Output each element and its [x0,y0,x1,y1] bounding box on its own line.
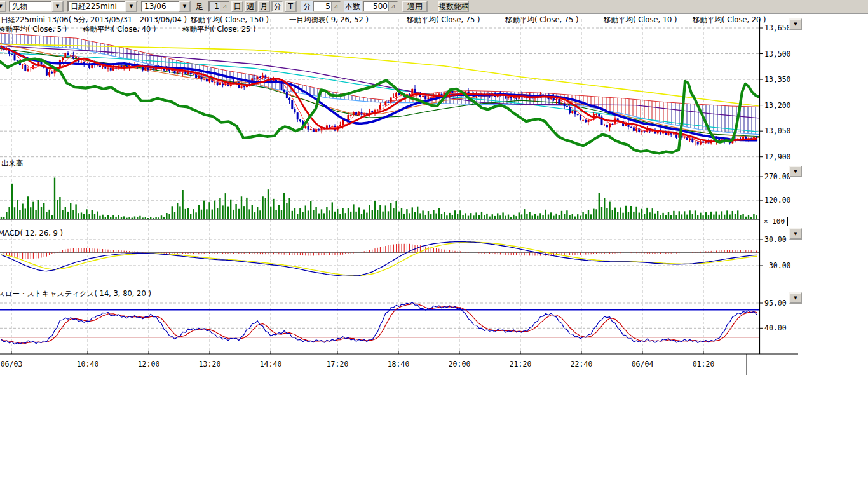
chevron-down-icon[interactable]: ▼ [125,1,137,12]
period-weekly-button[interactable]: 週 [245,1,257,12]
period-monthly-button[interactable]: 月 [258,1,270,12]
chevron-down-icon[interactable]: ▼ [179,1,191,12]
bar-interval-stepper[interactable]: 1 ⊿ [208,1,230,12]
time-axis-label: 18:40 [384,360,412,369]
price-axis-label: 13,050 [764,126,791,135]
bar-type-label: 足 [194,1,205,12]
spinner-icon[interactable]: ⊿ [388,2,397,11]
symbol-combobox[interactable]: 日経225mini ▼ [67,1,139,12]
clipped-combo-arrow-icon[interactable]: ▼ [0,1,6,12]
bar-interval-value: 1 [210,1,220,11]
spinner-icon[interactable]: ⊿ [220,2,229,11]
stoch-pane-menu-button[interactable]: ▼ [789,292,802,304]
chevron-down-icon[interactable]: ▼ [51,1,64,12]
legend-item: 移動平均( Close, 75 ) [505,15,579,25]
legend-item: 移動平均( Close, 150 ) [191,15,269,25]
legend-item: 移動平均( Close, 10 ) [604,15,677,25]
bar-count-value: 500 [364,1,388,11]
time-axis-label: 10:40 [74,360,102,369]
time-axis-label: 06/03 [0,360,25,369]
instrument-type-value: 先物 [10,1,51,11]
multi-symbol-button[interactable]: 複数銘柄 [438,1,469,12]
chart-application-window: ▼ 先物 ▼ 日経225mini ▼ 13/06 ▼ 足 1 ⊿ 日 週 月 分… [0,0,868,488]
macd-axis-label: 30.00 [764,235,787,244]
period-minute-button[interactable]: 分 [271,1,283,12]
stochastics-pane [0,302,759,344]
legend-item: 日経225mini 13/06( 5分, 2013/05/31 - 2013/0… [1,15,187,25]
stoch-axis-label: 40.00 [764,323,787,332]
legend-item: 移動平均( Close, 20 ) [693,15,766,25]
minute-interval-value: 5 [314,1,331,11]
ma20-thick-blue [1,47,757,140]
instrument-type-combobox[interactable]: 先物 ▼ [9,1,65,12]
legend-item: 一目均衡表( 9, 26, 52 ) [289,15,369,25]
price-moving-averages [1,47,757,143]
time-axis-label: 22:40 [567,360,595,369]
chart-canvas[interactable] [0,0,868,488]
main-toolbar: ▼ 先物 ▼ 日経225mini ▼ 13/06 ▼ 足 1 ⊿ 日 週 月 分… [0,0,868,14]
volume-multiplier-badge: × 100 [761,217,788,226]
spinner-icon[interactable]: ⊿ [331,2,340,11]
macd-pane [0,241,759,276]
macd-histogram [4,244,756,259]
axes-frame [0,19,798,375]
legend-item: 移動平均( Close, 40 ) [83,25,156,34]
volume-pane-menu-button[interactable]: ▼ [789,166,802,177]
contract-month-combobox[interactable]: 13/06 ▼ [141,1,192,12]
candle-bodies [1,47,758,145]
macd-pane-label: MACD( 12, 26, 9 ) [0,229,63,238]
period-daily-button[interactable]: 日 [231,1,243,12]
period-tick-button[interactable]: T [285,1,297,12]
bar-count-label: 本数 [344,1,362,12]
contract-month-value: 13/06 [142,1,179,11]
time-axis-label: 14:40 [257,360,285,369]
time-axis-label: 17:20 [323,360,351,369]
legend-item: 移動平均( Close, 5 ) [0,25,67,34]
time-axis-label: 21:20 [506,360,534,369]
price-axis-label: 12,900 [764,152,791,161]
legend-item: 移動平均( Close, 75 ) [407,15,480,25]
stoch-axis-label: 95.00 [764,299,787,308]
volume-axis-label: 270.00 [764,172,791,181]
ma10-thick-red [1,47,757,142]
apply-button[interactable]: 適用 [402,1,428,12]
time-axis-label: 06/04 [628,360,656,369]
volume-axis-label: 120.00 [764,196,791,205]
time-axis-label: 12:00 [135,360,163,369]
symbol-value: 日経225mini [69,1,125,11]
volume-pane-label: 出来高 [1,159,24,168]
price-axis-label: 13,350 [764,75,791,84]
stoch-pane-label: スロー・ストキャスティクス( 14, 3, 80, 20 ) [0,289,151,299]
legend-item: 移動平均( Close, 25 ) [182,25,256,34]
macd-axis-label: -30.00 [764,261,791,270]
time-axis-label: 01:20 [689,360,717,369]
price-axis-label: 13,200 [764,101,791,110]
minute-interval-stepper[interactable]: 5 ⊿ [313,1,341,12]
bar-count-stepper[interactable]: 500 ⊿ [363,1,398,12]
price-axis-label: 13,650 [764,24,791,32]
macd-pane-menu-button[interactable]: ▼ [789,228,802,240]
volume-bars [0,178,759,219]
price-pane-menu-button[interactable]: ▼ [789,18,802,30]
time-axis-label: 13:20 [196,360,224,369]
price-axis-label: 13,500 [764,50,791,58]
time-axis-label: 20:00 [445,360,473,369]
minute-label: 分 [301,1,313,12]
